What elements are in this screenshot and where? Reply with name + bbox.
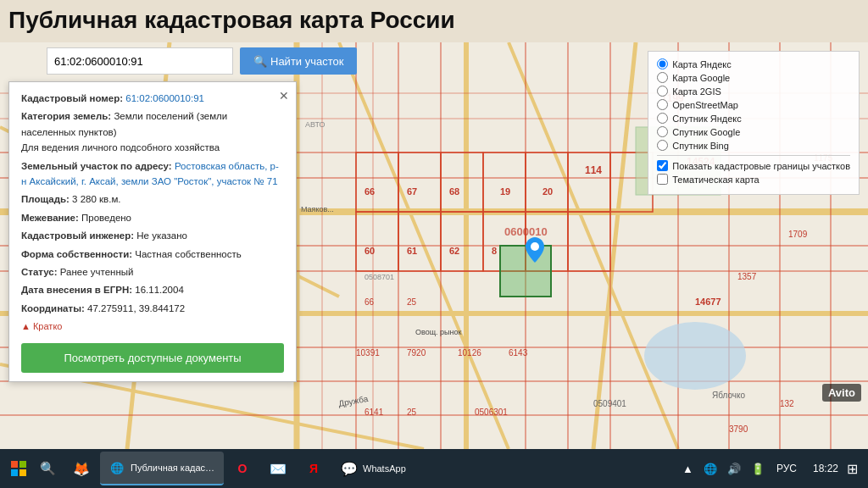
ownership-row: Форма собственности: Частная собственнос…	[21, 247, 284, 262]
taskbar-app-opera[interactable]: O	[225, 452, 259, 485]
svg-text:Овощ. рынок: Овощ. рынок	[415, 328, 462, 336]
opera-icon: O	[234, 460, 251, 477]
svg-text:62: 62	[449, 246, 459, 256]
svg-text:66: 66	[364, 297, 375, 307]
svg-text:25: 25	[407, 408, 417, 417]
layer-yandex-satellite[interactable]: Спутник Яндекс	[657, 113, 850, 124]
layer-google-maps[interactable]: Карта Google	[657, 72, 850, 83]
page-title: Публичная кадастровая карта России	[8, 7, 455, 34]
layer-osm-maps[interactable]: OpenStreetMap	[657, 99, 850, 110]
taskbar-systray: ▲ 🌐 🔊 🔋 РУС 18:22 ⊞	[680, 461, 865, 477]
taskbar-apps: 🦊 🌐 Публичная кадастро... O ✉️ Я 💬 Whats…	[64, 452, 415, 485]
layer-cadastre-borders[interactable]: Показать кадастровые границы участков	[657, 160, 850, 171]
close-button[interactable]: ✕	[279, 86, 289, 105]
tray-volume[interactable]: 🔊	[725, 463, 743, 475]
mail-icon: ✉️	[270, 460, 287, 477]
taskbar-app-whatsapp[interactable]: 💬 WhatsApp	[332, 452, 415, 485]
cadastral-number-link[interactable]: 61:02:0600010:91	[125, 93, 204, 103]
svg-text:10126: 10126	[458, 348, 481, 358]
layer-thematic-map[interactable]: Тематическая карта	[657, 174, 850, 185]
svg-point-46	[644, 322, 746, 390]
brief-link[interactable]: ▲ Кратко	[21, 319, 284, 335]
svg-text:61: 61	[407, 246, 417, 256]
taskbar-app-cadastre[interactable]: 🌐 Публичная кадастро...	[100, 452, 224, 485]
svg-text:20: 20	[542, 186, 553, 197]
search-button[interactable]: 🔍 Найти участок	[240, 47, 357, 75]
docs-button[interactable]: Посмотреть доступные документы	[21, 343, 284, 373]
svg-rect-87	[19, 461, 26, 468]
address-row: Земельный участок по адресу: Ростовская …	[21, 158, 284, 190]
search-bar: 🔍 Найти участок	[47, 47, 357, 75]
svg-text:1709: 1709	[788, 230, 808, 239]
yandex-icon: Я	[305, 460, 322, 477]
coords-row: Координаты: 47.275911, 39.844172	[21, 301, 284, 316]
svg-text:10391: 10391	[356, 348, 380, 358]
taskbar-app-yandex[interactable]: Я	[297, 452, 331, 485]
map-pin	[526, 237, 544, 263]
layer-bing-satellite[interactable]: Спутник Bing	[657, 140, 850, 151]
svg-text:АВТО: АВТО	[305, 120, 326, 129]
tray-chevron[interactable]: ▲	[680, 463, 696, 475]
svg-text:0508701: 0508701	[364, 273, 394, 281]
info-popup: ✕ Кадастровый номер: 61:02:0600010:91 Ка…	[8, 81, 297, 382]
taskbar-clock: 18:22	[806, 462, 838, 476]
search-input[interactable]	[47, 47, 233, 75]
svg-text:25: 25	[407, 297, 417, 307]
svg-text:Яблочко: Яблочко	[712, 391, 745, 400]
tray-battery[interactable]: 🔋	[748, 463, 767, 475]
svg-text:7920: 7920	[407, 348, 426, 358]
svg-text:0506301: 0506301	[475, 408, 508, 417]
category-row: Категория земель: Земли поселений (земли…	[21, 108, 284, 155]
survey-row: Межевание: Проведено	[21, 210, 284, 225]
taskbar-app-firefox[interactable]: 🦊	[64, 452, 98, 485]
svg-point-85	[531, 242, 539, 251]
taskbar-search-button[interactable]: 🔍	[34, 453, 61, 484]
svg-rect-89	[19, 469, 26, 476]
layer-2gis-maps[interactable]: Карта 2GIS	[657, 86, 850, 97]
browser-icon: 🌐	[108, 459, 125, 476]
cadastral-number-row: Кадастровый номер: 61:02:0600010:91	[21, 91, 284, 106]
taskbar-app-mail[interactable]: ✉️	[261, 452, 295, 485]
svg-text:19: 19	[500, 186, 510, 197]
whatsapp-app-label: WhatsApp	[363, 463, 406, 474]
svg-text:Маяков...: Маяков...	[301, 205, 334, 214]
main-content: Публичная кадастровая карта России	[0, 0, 868, 449]
taskbar-language[interactable]: РУС	[772, 463, 801, 474]
layers-panel: Карта Яндекс Карта Google Карта 2GIS Ope…	[648, 51, 860, 195]
firefox-icon: 🦊	[73, 460, 90, 477]
svg-text:0509401: 0509401	[593, 399, 626, 408]
svg-text:68: 68	[449, 186, 459, 197]
search-icon: 🔍	[253, 55, 267, 68]
date-row: Дата внесения в ЕГРН: 16.11.2004	[21, 282, 284, 297]
svg-text:8: 8	[492, 246, 497, 256]
svg-text:6141: 6141	[364, 408, 384, 417]
area-row: Площадь: 3 280 кв.м.	[21, 191, 284, 207]
layer-google-satellite[interactable]: Спутник Google	[657, 126, 850, 137]
whatsapp-icon: 💬	[341, 460, 358, 477]
engineer-row: Кадастровый инженер: Не указано	[21, 228, 284, 243]
svg-rect-86	[11, 461, 18, 468]
svg-text:66: 66	[364, 186, 375, 197]
svg-text:1357: 1357	[737, 272, 757, 281]
cadastre-app-label: Публичная кадастро...	[131, 463, 215, 473]
svg-text:3790: 3790	[729, 424, 748, 434]
svg-text:114: 114	[585, 164, 602, 176]
svg-text:67: 67	[407, 186, 417, 197]
status-row: Статус: Ранее учтенный	[21, 264, 284, 280]
start-button[interactable]	[3, 453, 34, 484]
svg-text:132: 132	[780, 399, 794, 408]
svg-text:6143: 6143	[509, 348, 528, 358]
layer-yandex-maps[interactable]: Карта Яндекс	[657, 58, 850, 69]
tray-network[interactable]: 🌐	[701, 463, 720, 475]
svg-text:14677: 14677	[695, 297, 721, 307]
svg-text:0600010: 0600010	[504, 225, 548, 238]
avito-badge: Avito	[822, 384, 861, 402]
taskbar: 🔍 🦊 🌐 Публичная кадастро... O ✉️ Я 💬 Wha…	[0, 449, 868, 488]
apps-grid-icon[interactable]: ⊞	[847, 461, 858, 477]
svg-rect-88	[11, 469, 18, 476]
svg-text:60: 60	[364, 246, 375, 256]
